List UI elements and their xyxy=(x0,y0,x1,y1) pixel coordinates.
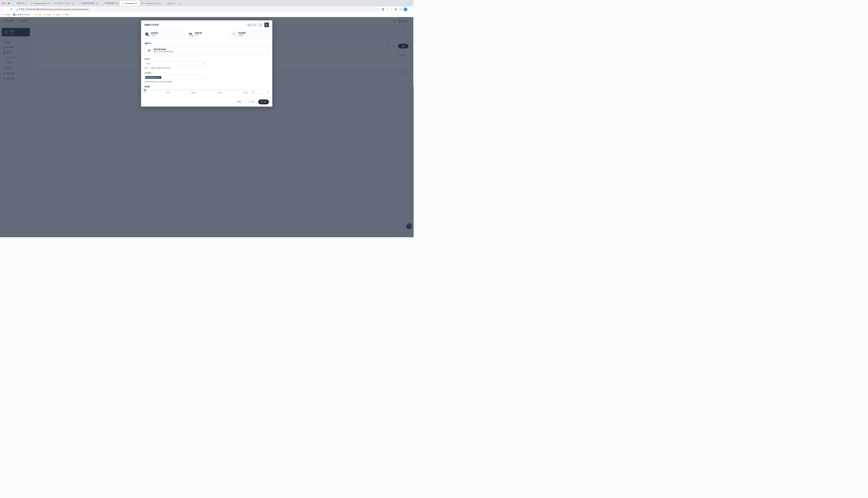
step-storage-icon xyxy=(188,31,193,37)
bookmark-interview[interactable]: 📁面试 xyxy=(63,13,69,16)
modal-overlay: 创建持久卷声明 编辑 YAML ✕ 基本信息 xyxy=(0,17,413,237)
storage-class-hint: 选择一个存储类来创建特定种类的卷。 xyxy=(144,67,269,69)
tab-3[interactable]: 〔〕云服务器管理控制✕ xyxy=(76,1,100,6)
back-button[interactable]: ← xyxy=(2,8,4,11)
tab-5-active[interactable]: ◆KubeSphere✕ xyxy=(120,1,140,6)
step-tab-advanced[interactable]: 高级设置 未设置 xyxy=(229,29,272,39)
close-icon[interactable]: ✕ xyxy=(174,2,176,4)
tab-4[interactable]: 〔〕容器镜像服务✕ xyxy=(99,1,120,6)
svg-point-4 xyxy=(233,33,234,34)
access-mode-select[interactable]: ReadWriteOnce ✕ ⌄ xyxy=(144,75,207,80)
ks-icon: ◆ xyxy=(122,2,124,4)
tab-2[interactable]: ◆在 Linux 上以 All-✕ xyxy=(52,1,76,6)
slider-thumb-icon[interactable] xyxy=(143,89,146,92)
aliyun-icon: 〔〕 xyxy=(77,2,79,4)
cancel-button[interactable]: 取消 xyxy=(234,100,244,104)
svg-rect-2 xyxy=(189,33,192,34)
modal-header: 创建持久卷声明 编辑 YAML ✕ xyxy=(141,21,272,29)
capacity-input[interactable] xyxy=(251,89,265,94)
slider-track xyxy=(144,90,248,91)
close-icon[interactable]: ✕ xyxy=(72,2,74,4)
chevron-down-icon: ⌄ xyxy=(265,49,267,52)
remove-chip-icon[interactable]: ✕ xyxy=(159,77,160,79)
baidu-icon: 译 xyxy=(13,13,15,16)
security-warning-icon: ▲ 不安全 xyxy=(16,8,25,11)
slider-ticks: 0 512Gi 1024Gi 1536Gi 2048Gi xyxy=(144,92,248,94)
aliyun-icon: 〔〕 xyxy=(101,2,104,4)
step-tab-storage[interactable]: 存储设置 当前 xyxy=(185,29,229,39)
browser-chrome: 📄编辑文档✕ ◯kubesphere/kube✕ ◆在 Linux 上以 All… xyxy=(0,0,413,17)
svg-rect-7 xyxy=(233,35,234,35)
clear-input-icon[interactable]: ✕ xyxy=(204,63,205,65)
bookmark-platform[interactable]: 📁平台 xyxy=(35,13,41,16)
close-icon[interactable]: ✕ xyxy=(96,2,98,4)
bookmark-manual[interactable]: 📁手册 xyxy=(44,13,51,16)
address-bar[interactable]: ▲ 不安全 47.103.131.208:30880/golangblogs/c… xyxy=(14,7,379,12)
bookmarks-bar: GGoogle 译百度翻译-200种语... 📁平台 📁手册 📁杂项 📁面试 xyxy=(0,12,413,17)
translate-icon[interactable]: 🔤 xyxy=(381,8,384,11)
folder-icon: 📁 xyxy=(35,13,37,16)
step-tabs: 基本信息 已设置 存储设置 当前 xyxy=(141,29,272,39)
bookmark-misc[interactable]: 📁杂项 xyxy=(53,13,60,16)
close-icon[interactable]: ✕ xyxy=(136,2,138,4)
close-icon[interactable]: ✕ xyxy=(116,2,118,4)
svg-point-9 xyxy=(148,49,151,50)
tab-6[interactable]: ◓nacos/nacos-ser✕ xyxy=(140,1,163,6)
aliyun-icon: 〔〕 xyxy=(165,2,167,4)
tab-bar: 📄编辑文档✕ ◯kubesphere/kube✕ ◆在 Linux 上以 All… xyxy=(0,0,413,6)
svg-rect-5 xyxy=(234,33,236,34)
doc-icon: 📄 xyxy=(13,2,16,4)
close-icon[interactable]: ✕ xyxy=(25,2,27,4)
capacity-label: 卷容量 xyxy=(144,86,269,88)
toolbar-icons: 🔤 ⇧ ☆ 🧩 ◫ ⋮ xyxy=(381,8,412,11)
step-advanced-icon xyxy=(232,31,237,37)
storage-class-icon xyxy=(147,48,152,53)
close-icon[interactable]: ✕ xyxy=(48,2,50,4)
new-tab-button[interactable]: + xyxy=(177,2,182,4)
capacity-slider[interactable]: 0 512Gi 1024Gi 1536Gi 2048Gi xyxy=(144,90,248,93)
chevron-down-icon: ⌄ xyxy=(204,77,205,79)
google-icon: G xyxy=(2,13,4,16)
create-pvc-modal: 创建持久卷声明 编辑 YAML ✕ 基本信息 xyxy=(141,21,272,106)
reload-button[interactable]: ⟳ xyxy=(10,8,12,11)
window-controls xyxy=(1,3,12,4)
modal-footer: 取消 上一步 下一步 xyxy=(141,97,272,107)
close-window-icon[interactable] xyxy=(3,3,4,4)
step-basic-icon xyxy=(144,31,149,37)
next-button[interactable]: 下一步 xyxy=(258,100,269,104)
modal-close-button[interactable]: ✕ xyxy=(264,23,269,27)
side-panel-icon[interactable]: ◫ xyxy=(399,8,401,11)
step-tab-basic[interactable]: 基本信息 已设置 xyxy=(141,29,184,39)
tab-list-dropdown-icon[interactable]: ⌄ xyxy=(407,2,413,4)
modal-title: 创建持久卷声明 xyxy=(144,24,159,26)
close-icon: ✕ xyxy=(265,23,268,26)
minimize-window-icon[interactable] xyxy=(5,3,7,4)
tab-7[interactable]: 〔〕Nacos✕ xyxy=(163,1,177,6)
profile-avatar[interactable] xyxy=(404,8,407,11)
storage-class-input[interactable] xyxy=(144,61,207,66)
bookmark-google[interactable]: GGoogle xyxy=(2,13,10,16)
tab-0[interactable]: 📄编辑文档✕ xyxy=(12,1,28,6)
more-menu-icon[interactable]: ⋮ xyxy=(410,8,412,11)
access-mode-chip: ReadWriteOnce ✕ xyxy=(145,76,161,79)
modal-body: 创建方式 通过存储类创建 选择已有的存储类来创建卷。 ⌄ 存储类* ✕ xyxy=(141,39,272,97)
share-icon[interactable]: ⇧ xyxy=(386,8,388,11)
tab-1[interactable]: ◯kubesphere/kube✕ xyxy=(28,1,52,6)
close-icon[interactable]: ✕ xyxy=(159,2,161,4)
extensions-icon[interactable]: 🧩 xyxy=(394,8,397,11)
maximize-window-icon[interactable] xyxy=(8,3,10,4)
bookmark-baidu[interactable]: 译百度翻译-200种语... xyxy=(13,13,32,16)
method-label: 创建方式 xyxy=(144,42,269,45)
yaml-toggle[interactable]: 编辑 YAML xyxy=(246,23,263,27)
access-mode-hint: 选择存储类支持的一种或多种访问模式。 xyxy=(144,81,269,83)
folder-icon: 📁 xyxy=(53,13,55,16)
creation-method-select[interactable]: 通过存储类创建 选择已有的存储类来创建卷。 ⌄ xyxy=(144,46,269,55)
prev-button[interactable]: 上一步 xyxy=(245,100,257,104)
ks-icon: ◆ xyxy=(54,2,56,4)
nav-bar: ← → ⟳ ▲ 不安全 47.103.131.208:30880/golangb… xyxy=(0,6,413,12)
bookmark-star-icon[interactable]: ☆ xyxy=(390,8,392,11)
github-icon: ◯ xyxy=(30,2,33,4)
current-badge-icon xyxy=(192,35,193,37)
forward-button[interactable]: → xyxy=(6,8,9,11)
storage-class-label: 存储类* xyxy=(144,58,269,60)
